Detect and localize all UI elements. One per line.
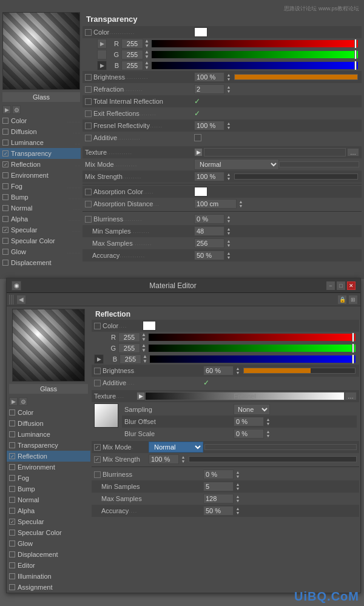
prop-checkbox-bump[interactable] [2, 194, 8, 200]
mix-strength-check-bottom[interactable] [94, 456, 101, 463]
r-arrows-top[interactable]: ▲ ▼ [144, 39, 149, 49]
sidebar-item-displacement-bottom[interactable]: Displacement [7, 549, 90, 560]
refraction-check-top[interactable] [85, 86, 92, 93]
prop-checkbox-specular color[interactable] [2, 238, 8, 244]
refraction-spinners-top[interactable]: ▲ ▼ [226, 85, 232, 93]
prop-checkbox-bottom-displacement[interactable] [9, 551, 15, 557]
blurriness-spinners-bottom[interactable]: ▲ ▼ [235, 470, 241, 479]
blurriness-value-top[interactable] [194, 214, 224, 224]
sidebar-item-reflection-top[interactable]: Reflection.... [0, 159, 81, 170]
prop-checkbox-specular[interactable] [2, 227, 8, 233]
g-value-bottom[interactable]: 255 [118, 343, 140, 353]
sidebar-item-fog-top[interactable]: Fog......... [0, 181, 81, 192]
refraction-value-top[interactable] [194, 84, 224, 94]
prop-checkbox-transparency[interactable] [2, 150, 8, 157]
r-bar-bottom[interactable] [149, 334, 356, 341]
prop-checkbox-bottom-specular color[interactable] [9, 530, 15, 536]
sidebar-item-diffusion-top[interactable]: Diffusion..... [0, 126, 81, 137]
brightness-value-bottom[interactable] [203, 366, 234, 375]
blur-offset-value[interactable] [234, 417, 264, 426]
mix-strength-spinners-bottom[interactable]: ▲ ▼ [180, 455, 186, 463]
sidebar-item-specular-bottom[interactable]: Specular [7, 516, 90, 527]
prop-checkbox-alpha[interactable] [2, 216, 8, 222]
prop-checkbox-luminance[interactable] [2, 140, 8, 146]
brightness-bar-top[interactable] [234, 74, 358, 80]
sidebar-item-environment-bottom[interactable]: Environment [7, 462, 90, 473]
absorption-color-check-top[interactable] [85, 189, 92, 195]
prop-checkbox-bottom-bump[interactable] [9, 486, 15, 492]
prop-checkbox-diffusion[interactable] [2, 129, 8, 135]
blurriness-check-bottom[interactable] [94, 471, 101, 478]
prop-checkbox-bottom-normal[interactable] [9, 497, 15, 503]
prop-checkbox-bottom-editor[interactable] [9, 562, 15, 568]
sidebar-item-specular-color-top[interactable]: Specular Color [0, 235, 81, 246]
tir-check-top[interactable] [85, 98, 92, 105]
r-value-bottom[interactable]: 255 [118, 332, 140, 342]
g-bar-bottom[interactable] [149, 345, 356, 352]
prop-checkbox-bottom-illumination[interactable] [9, 573, 15, 579]
sidebar-item-bump-top[interactable]: Bump........ [0, 192, 81, 203]
prop-checkbox-bottom-reflection[interactable] [9, 453, 15, 459]
color-swatch-bottom[interactable] [143, 321, 156, 331]
absorption-dist-check-top[interactable] [85, 201, 92, 207]
props-settings[interactable]: ⚙ [12, 106, 21, 114]
g-arrows-top[interactable]: ▲ ▼ [144, 50, 149, 59]
texture-ellipsis-top[interactable]: … [347, 148, 359, 157]
accuracy-value-bottom[interactable] [203, 506, 234, 516]
b-arrows-bottom[interactable]: ▲ ▼ [143, 354, 147, 364]
sidebar-item-glow-top[interactable]: Glow......... [0, 246, 81, 257]
r-bar-top[interactable] [152, 40, 358, 47]
b-channel-arrow-top[interactable]: ▶ [97, 61, 107, 70]
texture-arrow-top[interactable]: ▶ [194, 148, 203, 157]
toolbar-lock[interactable]: 🔒 [337, 295, 347, 305]
sidebar-item-color-bottom[interactable]: Color [7, 407, 90, 418]
toolbar-expand[interactable]: ⊞ [348, 295, 358, 305]
min-samples-value-top[interactable] [194, 226, 224, 236]
mix-strength-bar-top[interactable] [234, 173, 358, 180]
brightness-spinners-top[interactable]: ▲ ▼ [226, 73, 232, 81]
props-settings-bottom[interactable]: ⚙ [19, 397, 27, 406]
accuracy-value-top[interactable] [194, 251, 224, 260]
color-check-bottom[interactable] [94, 323, 101, 329]
mix-strength-value-bottom[interactable] [149, 454, 179, 464]
texture-ellipsis-bottom[interactable]: … [345, 392, 357, 400]
prop-checkbox-bottom-diffusion[interactable] [9, 420, 15, 426]
min-samples-spinners-top[interactable]: ▲ ▼ [226, 227, 232, 235]
prop-checkbox-glow[interactable] [2, 249, 8, 255]
g-bar-top[interactable] [152, 51, 358, 58]
brightness-spinners-bottom[interactable]: ▲ ▼ [235, 366, 241, 375]
props-arrow-right[interactable]: ▶ [2, 106, 11, 114]
toolbar-back-arrow[interactable]: ◀ [16, 295, 26, 305]
max-samples-spinners-top[interactable]: ▲ ▼ [226, 239, 232, 247]
fresnel-spinners-top[interactable]: ▲ ▼ [226, 121, 232, 130]
prop-checkbox-color[interactable] [2, 118, 8, 124]
min-samples-value-bottom[interactable] [203, 482, 234, 491]
min-samples-spinners-bottom[interactable]: ▲ ▼ [235, 482, 241, 491]
sidebar-item-transparency-top[interactable]: Transparency [0, 148, 81, 159]
maximize-btn[interactable]: □ [337, 281, 345, 290]
exit-check-top[interactable] [85, 110, 92, 117]
absorption-dist-value-top[interactable] [194, 199, 237, 209]
sidebar-item-environment-top[interactable]: Environment [0, 170, 81, 181]
brightness-check-top[interactable] [85, 74, 92, 81]
max-samples-value-bottom[interactable] [203, 494, 234, 503]
accuracy-spinners-bottom[interactable]: ▲ ▼ [235, 507, 241, 515]
sidebar-item-glow-bottom[interactable]: Glow [7, 538, 90, 549]
sidebar-item-bump-bottom[interactable]: Bump [7, 483, 90, 494]
prop-checkbox-bottom-transparency[interactable] [9, 442, 15, 448]
sidebar-item-editor-bottom[interactable]: Editor [7, 560, 90, 571]
sidebar-item-color-top[interactable]: Color......... [0, 115, 81, 126]
blurriness-value-bottom[interactable] [203, 470, 234, 479]
blur-offset-spinners[interactable]: ▲ ▼ [265, 417, 271, 426]
g-value-top[interactable]: 255 [121, 50, 143, 59]
additive-check-top[interactable] [85, 135, 92, 141]
g-arrows-bottom[interactable]: ▲ ▼ [141, 343, 146, 353]
prop-checkbox-environment[interactable] [2, 172, 8, 178]
prop-checkbox-fog[interactable] [2, 183, 8, 189]
editor-icon[interactable]: ◉ [12, 281, 21, 291]
sidebar-item-assignment-bottom[interactable]: Assignment [7, 582, 90, 593]
sampling-select[interactable]: None 2x2 4x4 [234, 404, 270, 415]
additive-checkbox-top[interactable] [194, 134, 201, 141]
sidebar-item-luminance-bottom[interactable]: Luminance [7, 429, 90, 440]
mix-mode-select-top[interactable]: Normal Multiply Screen [194, 159, 279, 170]
